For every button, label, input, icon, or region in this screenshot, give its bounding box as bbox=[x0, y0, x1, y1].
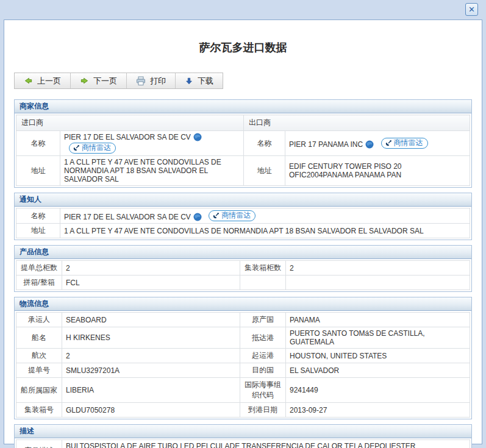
business-radar-button[interactable]: 商情雷达 bbox=[209, 210, 256, 221]
table-row: 航次 2 起运港 HOUSTON, UNITED STATES bbox=[16, 349, 470, 363]
field-label: 产品描述 bbox=[16, 440, 62, 448]
field-label: 目的国 bbox=[240, 363, 286, 378]
print-button[interactable]: 打印 bbox=[127, 73, 176, 88]
next-page-label: 下一页 bbox=[93, 76, 117, 87]
download-label: 下载 bbox=[198, 76, 213, 87]
field-value: EL SALVADOR bbox=[286, 363, 470, 378]
field-label: 集装箱柜数 bbox=[240, 261, 286, 276]
globe-icon[interactable] bbox=[193, 133, 202, 141]
field-label: 拼箱/整箱 bbox=[16, 276, 62, 290]
field-value: 2 bbox=[286, 261, 470, 276]
field-label: 原产国 bbox=[240, 313, 286, 327]
download-button[interactable]: 下载 bbox=[176, 73, 223, 88]
table-row: 地址 1 A CLL PTE Y 47 AVE NTE CONDOVILLAS … bbox=[16, 224, 470, 238]
field-label: 名称 bbox=[16, 208, 60, 224]
table-row: 产品描述 BULTOSPISTOLA DE AIRE TUBO LED PELC… bbox=[16, 440, 470, 448]
field-label: 地址 bbox=[16, 224, 60, 238]
dialog-content: 商家信息 进口商 出口商 名称 PIER 17 DE EL SALVADOR S… bbox=[4, 89, 482, 448]
exporter-name: PIER 17 PANAMA INC bbox=[289, 140, 363, 149]
product-table: 提单总柜数 2 集装箱柜数 2 拼箱/整箱 FCL bbox=[16, 260, 470, 290]
importer-address: 1 A CLL PTE Y 47 AVE NTE CONDOVILLAS DE … bbox=[60, 156, 244, 186]
section-product-info: 产品信息 提单总柜数 2 集装箱柜数 2 拼箱/整箱 FCL bbox=[14, 245, 472, 292]
radar-label: 商情雷达 bbox=[82, 143, 111, 152]
field-label: 集装箱号 bbox=[16, 403, 62, 418]
field-value: H KIRKENES bbox=[62, 327, 240, 349]
prev-page-button[interactable]: 上一页 bbox=[15, 73, 71, 88]
section-description-title: 描述 bbox=[15, 425, 471, 438]
merchant-table: 进口商 出口商 名称 PIER 17 DE EL SALVADOR SA DE … bbox=[16, 115, 470, 186]
prev-page-label: 上一页 bbox=[37, 76, 61, 87]
radar-label: 商情雷达 bbox=[394, 138, 423, 148]
field-label: 到港日期 bbox=[240, 403, 286, 418]
notify-name-cell: PIER 17 DE EL SALVADOR SA DE CV 商情雷达 bbox=[60, 208, 470, 224]
field-label: 国际海事组织代码 bbox=[240, 378, 286, 403]
notify-name: PIER 17 DE EL SALVADOR SA DE CV bbox=[64, 213, 191, 221]
table-row: 承运人 SEABOARD 原产国 PANAMA bbox=[16, 313, 470, 327]
field-value: 2013-09-27 bbox=[286, 403, 470, 418]
importer-header: 进口商 bbox=[16, 115, 244, 131]
table-row: 提单号 SMLU3297201A 目的国 EL SALVADOR bbox=[16, 363, 470, 378]
exporter-name-cell: PIER 17 PANAMA INC 商情雷达 bbox=[285, 131, 470, 156]
field-value: PUERTO SANTO TOMáS DE CASTILLA, GUATEMAL… bbox=[286, 327, 470, 349]
table-row: 集装箱号 GLDU7050278 到港日期 2013-09-27 bbox=[16, 403, 470, 418]
field-value bbox=[286, 276, 470, 290]
field-value: HOUSTON, UNITED STATES bbox=[286, 349, 470, 363]
field-value: 2 bbox=[62, 349, 240, 363]
field-label: 承运人 bbox=[16, 313, 62, 327]
field-label: 地址 bbox=[16, 156, 60, 186]
field-label: 提单总柜数 bbox=[16, 261, 62, 276]
print-label: 打印 bbox=[150, 76, 166, 87]
field-label: 名称 bbox=[244, 131, 285, 156]
import-record-dialog: 萨尔瓦多进口数据 上一页 下一页 打印 下载 商家信息 进口 bbox=[4, 20, 482, 444]
table-row: 船名 H KIRKENES 抵达港 PUERTO SANTO TOMáS DE … bbox=[16, 327, 470, 349]
field-label: 抵达港 bbox=[240, 327, 286, 349]
radar-icon bbox=[73, 144, 80, 152]
description-table: 产品描述 BULTOSPISTOLA DE AIRE TUBO LED PELC… bbox=[16, 439, 470, 448]
field-value: SEABOARD bbox=[62, 313, 240, 327]
business-radar-button[interactable]: 商情雷达 bbox=[69, 143, 116, 154]
next-page-button[interactable]: 下一页 bbox=[71, 73, 127, 88]
field-value: 2 bbox=[62, 261, 240, 276]
globe-icon[interactable] bbox=[193, 213, 202, 221]
field-label: 提单号 bbox=[16, 363, 62, 378]
section-description: 描述 产品描述 BULTOSPISTOLA DE AIRE TUBO LED P… bbox=[14, 424, 472, 448]
globe-icon[interactable] bbox=[365, 140, 374, 149]
importer-name: PIER 17 DE EL SALVADOR SA DE CV bbox=[64, 133, 191, 141]
notify-table: 名称 PIER 17 DE EL SALVADOR SA DE CV 商情雷达 … bbox=[16, 208, 470, 238]
toolbar: 上一页 下一页 打印 下载 bbox=[14, 73, 223, 89]
arrow-down-icon bbox=[185, 77, 193, 85]
field-label: 船名 bbox=[16, 327, 62, 349]
field-label: 船所属国家 bbox=[16, 378, 62, 403]
field-value: 9241449 bbox=[286, 378, 470, 403]
field-label: 名称 bbox=[16, 131, 60, 156]
product-description: BULTOSPISTOLA DE AIRE TUBO LED PELCULADE… bbox=[62, 440, 470, 448]
radar-icon bbox=[212, 212, 220, 219]
radar-icon bbox=[385, 140, 392, 147]
arrow-right-icon bbox=[80, 76, 89, 85]
field-label bbox=[240, 276, 286, 290]
exporter-header: 出口商 bbox=[244, 115, 470, 131]
section-merchant-title: 商家信息 bbox=[15, 100, 471, 113]
field-label: 地址 bbox=[244, 156, 285, 186]
business-radar-button[interactable]: 商情雷达 bbox=[381, 138, 428, 149]
close-icon: ✕ bbox=[468, 5, 475, 14]
table-row: 名称 PIER 17 DE EL SALVADOR SA DE CV 商情雷达 bbox=[16, 208, 470, 224]
section-logistics-info: 物流信息 承运人 SEABOARD 原产国 PANAMA 船名 H KIRKEN… bbox=[14, 297, 472, 419]
table-row: 进口商 出口商 bbox=[16, 115, 470, 131]
section-logistics-title: 物流信息 bbox=[15, 297, 471, 311]
field-value: PANAMA bbox=[286, 313, 470, 327]
close-button[interactable]: ✕ bbox=[465, 3, 478, 16]
printer-icon bbox=[136, 76, 146, 86]
exporter-address: EDIF CENTURY TOWER PISO 20 OFIC2004PANAM… bbox=[285, 156, 470, 186]
section-merchant-info: 商家信息 进口商 出口商 名称 PIER 17 DE EL SALVADOR S… bbox=[14, 99, 472, 188]
table-row: 地址 1 A CLL PTE Y 47 AVE NTE CONDOVILLAS … bbox=[16, 156, 470, 186]
field-label: 航次 bbox=[16, 349, 62, 363]
table-row: 拼箱/整箱 FCL bbox=[16, 276, 470, 290]
radar-label: 商情雷达 bbox=[221, 211, 251, 220]
field-value: FCL bbox=[62, 276, 240, 290]
field-value: LIBERIA bbox=[62, 378, 240, 403]
table-row: 船所属国家 LIBERIA 国际海事组织代码 9241449 bbox=[16, 378, 470, 403]
arrow-left-icon bbox=[24, 76, 33, 85]
page-title: 萨尔瓦多进口数据 bbox=[4, 40, 482, 55]
field-label: 起运港 bbox=[240, 349, 286, 363]
